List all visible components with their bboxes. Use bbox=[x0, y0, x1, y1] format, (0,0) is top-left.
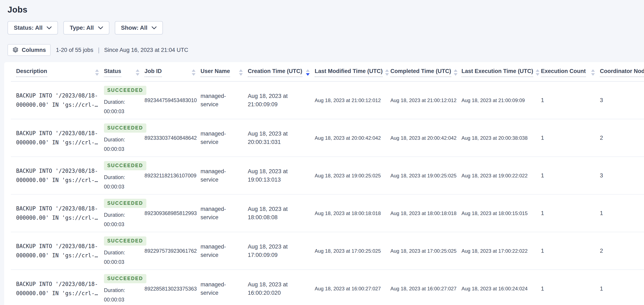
table-toolbar: Columns 1-20 of 55 jobs | Since Aug 16, … bbox=[8, 44, 644, 56]
column-header-label[interactable]: Last Modified Time (UTC) bbox=[315, 68, 383, 77]
sort-arrows bbox=[95, 69, 99, 76]
column-header-execution_count[interactable]: Execution Count bbox=[541, 62, 600, 81]
show-filter-dropdown[interactable]: Show: All bbox=[115, 21, 163, 35]
cell-user-name: managed-service bbox=[200, 119, 248, 157]
status-filter-dropdown[interactable]: Status: All bbox=[8, 21, 58, 35]
column-header-creation_time[interactable]: Creation Time (UTC) bbox=[248, 62, 315, 81]
status-badge: SUCCEEDED bbox=[104, 86, 146, 95]
chevron-down-icon bbox=[98, 26, 103, 30]
type-filter-dropdown[interactable]: Type: All bbox=[63, 21, 109, 35]
cell-job-id: 892285813023375363 bbox=[144, 270, 200, 305]
cell-coordinator-node: 1 bbox=[600, 270, 644, 305]
columns-button-label: Columns bbox=[22, 47, 46, 53]
cell-completed-time: Aug 18, 2023 at 20:00:42:042 bbox=[390, 119, 462, 157]
duration-value: 00:00:03 bbox=[104, 221, 140, 228]
status-badge: SUCCEEDED bbox=[104, 161, 146, 170]
cell-last-modified-time: Aug 18, 2023 at 18:00:18:018 bbox=[315, 194, 390, 232]
type-filter-label: Type: All bbox=[70, 25, 94, 31]
cell-creation-time: Aug 18, 2023 at 18:00:08:08 bbox=[248, 194, 315, 232]
cell-description: BACKUP INTO '/2023/08/18-000000.00' IN '… bbox=[11, 232, 104, 270]
duration-label: Duration: bbox=[104, 212, 140, 218]
page-header: Jobs bbox=[0, 0, 644, 15]
status-badge: SUCCEEDED bbox=[104, 199, 146, 208]
cell-user-name: managed-service bbox=[200, 232, 248, 270]
cell-status: SUCCEEDED Duration: 00:00:03 bbox=[104, 232, 144, 270]
cell-job-id: 892297573923061762 bbox=[144, 232, 200, 270]
table-row: BACKUP INTO '/2023/08/18-000000.00' IN '… bbox=[11, 157, 644, 194]
chevron-down-icon bbox=[152, 26, 156, 30]
columns-button[interactable]: Columns bbox=[8, 44, 50, 56]
jobs-count: 1-20 of 55 jobs bbox=[56, 47, 94, 53]
duration-value: 00:00:03 bbox=[104, 259, 140, 265]
cell-creation-time: Aug 18, 2023 at 19:00:13:013 bbox=[248, 157, 315, 194]
duration-value: 00:00:03 bbox=[104, 183, 140, 190]
cell-last-execution-time: Aug 18, 2023 at 16:00:24:024 bbox=[462, 270, 541, 305]
sort-arrows bbox=[306, 69, 310, 76]
cell-last-execution-time: Aug 18, 2023 at 19:00:22:022 bbox=[462, 157, 541, 194]
column-header-label[interactable]: Last Execution Time (UTC) bbox=[462, 68, 533, 77]
cell-completed-time: Aug 18, 2023 at 17:00:25:025 bbox=[390, 232, 462, 270]
cell-execution-count: 1 bbox=[541, 270, 600, 305]
cell-completed-time: Aug 18, 2023 at 19:00:25:025 bbox=[390, 157, 462, 194]
sort-ascending-icon bbox=[95, 69, 99, 72]
column-header-completed_time[interactable]: Completed Time (UTC) bbox=[390, 62, 462, 81]
sort-ascending-icon bbox=[239, 69, 243, 72]
cell-execution-count: 1 bbox=[541, 232, 600, 270]
separator: | bbox=[98, 47, 100, 54]
page-title: Jobs bbox=[8, 5, 644, 15]
sort-arrows bbox=[454, 69, 458, 76]
column-header-label[interactable]: User Name bbox=[200, 68, 230, 77]
since-timestamp: Since Aug 16, 2023 at 21:04 UTC bbox=[104, 47, 188, 53]
column-header-last_execution_time[interactable]: Last Execution Time (UTC) bbox=[462, 62, 541, 81]
sort-ascending-icon bbox=[454, 69, 458, 72]
column-header-last_modified_time[interactable]: Last Modified Time (UTC) bbox=[315, 62, 390, 81]
sort-descending-icon bbox=[306, 73, 310, 76]
column-header-status[interactable]: Status bbox=[104, 62, 144, 81]
column-header-description[interactable]: Description bbox=[11, 62, 104, 81]
cell-creation-time: Aug 18, 2023 at 17:00:09:09 bbox=[248, 232, 315, 270]
cell-last-execution-time: Aug 18, 2023 at 17:00:22:022 bbox=[462, 232, 541, 270]
sort-descending-icon bbox=[136, 73, 140, 76]
sort-ascending-icon bbox=[536, 69, 540, 72]
sort-ascending-icon bbox=[136, 69, 140, 72]
cell-status: SUCCEEDED Duration: 00:00:03 bbox=[104, 194, 144, 232]
sort-descending-icon bbox=[536, 73, 540, 76]
sort-ascending-icon bbox=[192, 69, 196, 72]
sort-ascending-icon bbox=[591, 69, 595, 72]
duration-value: 00:00:03 bbox=[104, 108, 140, 115]
cell-coordinator-node: 3 bbox=[600, 157, 644, 194]
cell-description: BACKUP INTO '/2023/08/18-000000.00' IN '… bbox=[11, 119, 104, 157]
cell-last-modified-time: Aug 18, 2023 at 19:00:25:025 bbox=[315, 157, 390, 194]
cell-status: SUCCEEDED Duration: 00:00:03 bbox=[104, 119, 144, 157]
column-header-label[interactable]: Execution Count bbox=[541, 68, 586, 77]
show-filter-label: Show: All bbox=[121, 25, 148, 31]
cell-last-execution-time: Aug 18, 2023 at 20:00:38:038 bbox=[462, 119, 541, 157]
sort-arrows bbox=[192, 69, 196, 76]
cell-coordinator-node: 2 bbox=[600, 232, 644, 270]
duration-label: Duration: bbox=[104, 136, 140, 143]
duration-label: Duration: bbox=[104, 287, 140, 293]
column-header-label[interactable]: Creation Time (UTC) bbox=[248, 68, 302, 77]
sort-descending-icon bbox=[239, 73, 243, 76]
sort-descending-icon bbox=[591, 73, 595, 76]
table-header-row: Description Status Job ID User Name bbox=[11, 62, 644, 81]
column-header-coordinator_node[interactable]: Coordinator Node bbox=[600, 62, 644, 81]
status-filter-label: Status: All bbox=[14, 25, 42, 31]
column-header-label[interactable]: Coordinator Node bbox=[600, 68, 644, 77]
cell-job-id: 892344759453483010 bbox=[144, 81, 200, 119]
cell-status: SUCCEEDED Duration: 00:00:03 bbox=[104, 81, 144, 119]
chevron-down-icon bbox=[47, 26, 52, 30]
cell-coordinator-node: 2 bbox=[600, 119, 644, 157]
cell-completed-time: Aug 18, 2023 at 21:00:12:012 bbox=[390, 81, 462, 119]
column-header-label[interactable]: Status bbox=[104, 68, 121, 77]
cell-user-name: managed-service bbox=[200, 194, 248, 232]
column-header-job_id[interactable]: Job ID bbox=[144, 62, 200, 81]
table-row: BACKUP INTO '/2023/08/18-000000.00' IN '… bbox=[11, 270, 644, 305]
column-header-label[interactable]: Job ID bbox=[144, 68, 162, 77]
column-header-user_name[interactable]: User Name bbox=[200, 62, 248, 81]
cell-completed-time: Aug 18, 2023 at 18:00:18:018 bbox=[390, 194, 462, 232]
cell-coordinator-node: 3 bbox=[600, 81, 644, 119]
sort-arrows bbox=[591, 69, 595, 76]
column-header-label[interactable]: Description bbox=[16, 68, 47, 77]
column-header-label[interactable]: Completed Time (UTC) bbox=[390, 68, 451, 77]
